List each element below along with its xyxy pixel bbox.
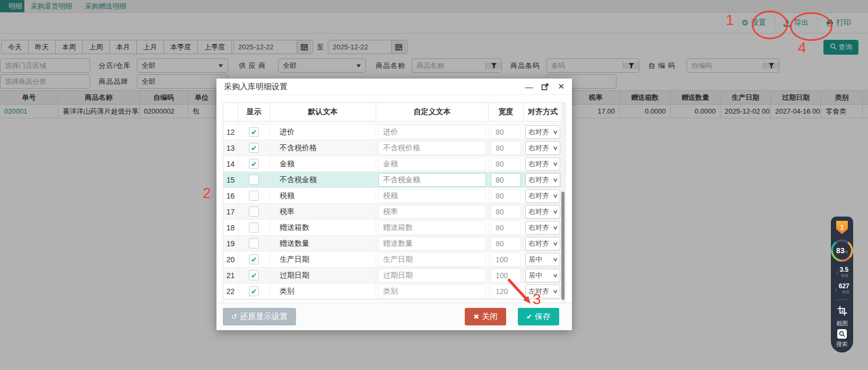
align-select[interactable]: 右对齐∨ <box>525 205 560 219</box>
show-checkbox[interactable] <box>249 238 259 248</box>
custom-text-input[interactable]: 进价 <box>378 125 486 139</box>
column-header-custom-text: 自定义文本 <box>376 103 489 121</box>
row-number: 13 <box>223 140 238 156</box>
show-checkbox[interactable] <box>249 286 259 296</box>
settings-rows: 12进价进价80右对齐∨13不含税价格不含税价格80右对齐∨14金额金额80右对… <box>223 124 565 299</box>
custom-text-input[interactable]: 不含税金额 <box>378 173 486 187</box>
width-input[interactable]: 80 <box>491 173 521 187</box>
custom-text-input[interactable]: 赠送箱数 <box>378 221 486 235</box>
row-number: 16 <box>223 188 238 203</box>
app-screen: 明细 采购退货明细 采购赠送明细 ⚙ 设置 导出 打印 今天昨天本周上周 <box>0 0 868 370</box>
settings-row-18: 18赠送箱数赠送箱数80右对齐∨ <box>223 220 565 236</box>
width-input[interactable]: 80 <box>491 189 521 203</box>
align-select[interactable]: 右对齐∨ <box>525 189 560 203</box>
width-input[interactable]: 80 <box>491 205 521 219</box>
undo-icon: ↺ <box>231 313 237 321</box>
align-select[interactable]: 右对齐∨ <box>525 221 560 235</box>
chevron-down-icon: ∨ <box>552 193 558 199</box>
align-select[interactable]: 右对齐∨ <box>525 237 560 251</box>
default-text-label: 类别 <box>270 283 376 299</box>
show-checkbox[interactable] <box>249 127 259 137</box>
restore-display-settings-button[interactable]: ↺ 还原显示设置 <box>223 308 296 325</box>
row-number: 19 <box>223 236 238 251</box>
settings-row-17: 17税率税率80右对齐∨ <box>223 204 565 220</box>
custom-text-input[interactable]: 生产日期 <box>378 253 486 266</box>
settings-row-20: 20生产日期生产日期100居中∨ <box>223 252 565 268</box>
custom-text-input[interactable]: 过期日期 <box>378 269 486 282</box>
chevron-down-icon: ∨ <box>552 288 558 294</box>
custom-text-input[interactable]: 类别 <box>378 285 486 298</box>
show-checkbox[interactable] <box>249 143 259 153</box>
chevron-down-icon: ∨ <box>552 161 558 167</box>
row-number: 22 <box>223 283 238 299</box>
custom-text-input[interactable]: 不含税价格 <box>378 141 486 155</box>
default-text-label: 赠送数量 <box>270 236 376 251</box>
show-checkbox[interactable] <box>249 222 259 233</box>
column-header-default-text: 默认文本 <box>270 103 376 121</box>
search-tool[interactable]: 搜索 <box>836 329 848 348</box>
download-unit: K/s <box>843 290 849 295</box>
show-checkbox[interactable] <box>249 206 259 217</box>
show-checkbox[interactable] <box>249 270 259 280</box>
save-label: 保存 <box>535 312 551 322</box>
width-input[interactable]: 80 <box>491 125 521 139</box>
default-text-label: 进价 <box>270 124 376 140</box>
custom-text-input[interactable]: 金额 <box>378 157 486 171</box>
chevron-down-icon: ∨ <box>552 129 558 135</box>
align-select[interactable]: 居中∨ <box>525 253 560 266</box>
width-input[interactable]: 80 <box>491 141 521 155</box>
dialog-title: 采购入库明细设置 <box>224 82 525 92</box>
show-checkbox[interactable] <box>249 175 259 185</box>
align-select[interactable]: 右对齐∨ <box>525 141 560 155</box>
align-select[interactable]: 右对齐∨ <box>525 125 560 139</box>
width-input[interactable]: 80 <box>491 221 521 235</box>
settings-row-12: 12进价进价80右对齐∨ <box>223 124 565 140</box>
width-input[interactable]: 100 <box>491 253 521 266</box>
widget-divider <box>836 299 848 300</box>
download-arrow-icon: ↓ <box>835 286 838 292</box>
annotation-circle-settings <box>752 11 788 39</box>
scrollbar-thumb[interactable] <box>561 192 565 300</box>
upload-value: 3.5 <box>839 266 848 273</box>
row-number: 17 <box>223 204 238 219</box>
show-checkbox[interactable] <box>249 254 259 264</box>
default-text-label: 生产日期 <box>270 252 376 267</box>
minimize-icon[interactable]: — <box>525 82 533 91</box>
screenshot-tool[interactable]: 截图 <box>836 305 848 328</box>
download-value: 627 <box>839 283 849 290</box>
align-select[interactable]: 右对齐∨ <box>525 157 560 171</box>
row-number: 20 <box>223 252 238 267</box>
default-text-label: 税率 <box>270 204 376 219</box>
close-button[interactable]: ✖ 关闭 <box>465 308 506 325</box>
restore-label: 还原显示设置 <box>240 312 288 322</box>
column-header-width: 宽度 <box>489 103 524 121</box>
crop-icon <box>837 305 848 318</box>
width-input[interactable]: 80 <box>491 237 521 251</box>
chevron-down-icon: ∨ <box>552 240 558 246</box>
dialog-body: 显示 默认文本 自定义文本 宽度 对齐方式 12进价进价80右对齐∨13不含税价… <box>216 95 572 303</box>
chevron-down-icon: ∨ <box>552 145 558 151</box>
default-text-label: 赠送箱数 <box>270 220 376 235</box>
window-controls: — ✕ <box>525 82 565 91</box>
width-input[interactable]: 80 <box>491 157 521 171</box>
dialog-scrollbar[interactable] <box>561 103 565 303</box>
settings-table-header: 显示 默认文本 自定义文本 宽度 对齐方式 <box>223 103 565 122</box>
shield-badge-icon[interactable]: 1 <box>836 221 848 234</box>
default-text-label: 过期日期 <box>270 268 376 283</box>
align-select[interactable]: 右对齐∨ <box>525 173 560 187</box>
chevron-down-icon: ∨ <box>552 177 558 183</box>
custom-text-input[interactable]: 赠送数量 <box>378 237 486 251</box>
show-checkbox[interactable] <box>249 159 259 169</box>
close-icon[interactable]: ✕ <box>558 82 565 91</box>
settings-table: 显示 默认文本 自定义文本 宽度 对齐方式 12进价进价80右对齐∨13不含税价… <box>223 102 566 303</box>
upload-unit: K/s <box>841 273 848 278</box>
custom-text-input[interactable]: 税额 <box>378 189 486 203</box>
maximize-icon[interactable] <box>541 83 549 91</box>
system-monitor-widget[interactable]: 1 83 % ↑ 3.5K/s ↓ 627K/s 截图 搜索 <box>831 217 853 352</box>
custom-text-input[interactable]: 税率 <box>378 205 486 219</box>
save-button[interactable]: ✔ 保存 <box>518 308 559 325</box>
dialog-titlebar: 采购入库明细设置 — ✕ <box>216 79 572 95</box>
settings-row-13: 13不含税价格不含税价格80右对齐∨ <box>223 140 565 156</box>
show-checkbox[interactable] <box>249 191 259 201</box>
default-text-label: 税额 <box>270 188 376 203</box>
